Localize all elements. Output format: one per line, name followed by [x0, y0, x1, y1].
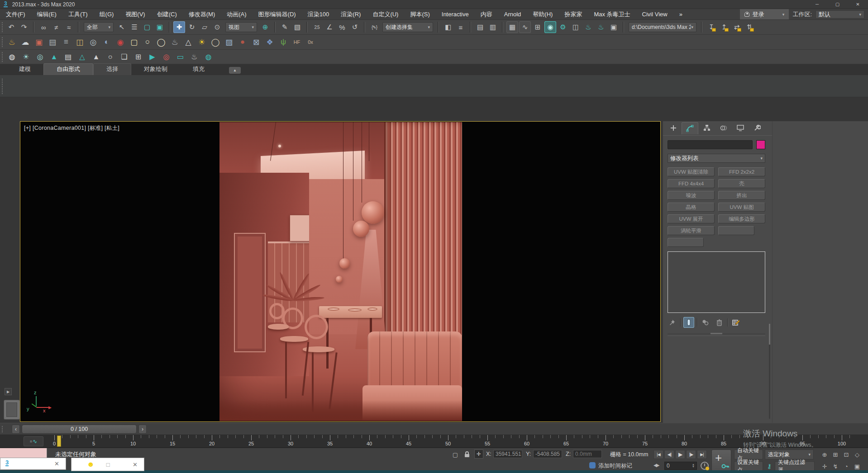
- go-to-end-button[interactable]: ▶|: [697, 450, 707, 459]
- custom-script-icon[interactable]: ⊠: [250, 36, 262, 48]
- menu-item[interactable]: 动画(A): [221, 9, 252, 19]
- percent-snap-icon[interactable]: %: [336, 21, 348, 33]
- menu-item[interactable]: 编辑(E): [31, 9, 62, 19]
- named-selection-sets-dropdown[interactable]: 创建选择集▾: [382, 22, 433, 32]
- corona-toolbar-icon[interactable]: ○: [104, 51, 117, 63]
- rendered-frame-window-icon[interactable]: ◫: [570, 21, 582, 33]
- key-step-arrows[interactable]: ◀▶: [653, 463, 658, 468]
- modifier-preset-button[interactable]: 编辑多边形: [718, 214, 765, 223]
- angle-snap-icon[interactable]: ∠: [324, 21, 335, 33]
- next-frame-button[interactable]: ›: [138, 425, 147, 434]
- modifier-preset-button[interactable]: 壳: [718, 179, 765, 188]
- display-tab[interactable]: [732, 122, 749, 134]
- make-unique-icon[interactable]: [700, 317, 711, 328]
- close-icon[interactable]: ✕: [54, 460, 59, 467]
- go-to-start-button[interactable]: |◀: [653, 450, 663, 459]
- viewport-layout-tab-button[interactable]: [4, 400, 20, 420]
- maximize-button[interactable]: ▢: [827, 0, 848, 9]
- modifier-preset-button[interactable]: UVW 展开: [668, 214, 715, 223]
- modifier-preset-button[interactable]: FFD 2x2x2: [718, 167, 765, 176]
- mirror-icon[interactable]: ◧: [442, 21, 454, 33]
- y-coordinate-field[interactable]: -5408.585: [533, 450, 562, 458]
- taskbar-3dsmax-icon[interactable]: 3: [5, 460, 9, 466]
- expand-tray-button[interactable]: ▶: [5, 388, 12, 395]
- modifier-preset-button[interactable]: 晶格: [668, 203, 715, 212]
- ribbon-tab[interactable]: 对象绘制: [131, 64, 180, 75]
- spinner-snap-icon[interactable]: ↺: [349, 21, 361, 33]
- object-color-swatch[interactable]: [756, 140, 765, 149]
- layer-explorer-icon[interactable]: ▥: [487, 21, 499, 33]
- window-crossing-icon[interactable]: ▣: [154, 21, 166, 33]
- menu-item[interactable]: 图形编辑器(D): [253, 9, 302, 19]
- curve-editor-icon[interactable]: ∿: [519, 21, 531, 33]
- floating-window[interactable]: ✕: [0, 458, 66, 470]
- select-and-manipulate-icon[interactable]: ✎: [279, 21, 291, 33]
- zoom-extents-icon[interactable]: ⊡: [842, 450, 851, 459]
- utilities-tab[interactable]: [749, 122, 765, 134]
- menu-item[interactable]: 视图(V): [119, 9, 151, 19]
- bind-to-spacewarp-icon[interactable]: ≈: [63, 21, 75, 33]
- modifier-preset-button-blank[interactable]: [718, 226, 754, 235]
- scene-explorer-icon[interactable]: ▤: [474, 21, 486, 33]
- snaps-toggle-icon[interactable]: 2.5: [311, 21, 323, 33]
- menu-item[interactable]: 文件(F): [0, 9, 31, 19]
- play-button[interactable]: ▶: [675, 450, 685, 459]
- menu-item[interactable]: 渲染(R): [335, 9, 367, 19]
- custom-script-icon[interactable]: ○: [141, 36, 154, 48]
- transform-type-in-icon[interactable]: ✛: [474, 449, 483, 459]
- render-production-icon[interactable]: ♨: [582, 21, 594, 33]
- modifier-stack-list[interactable]: [668, 251, 765, 313]
- redo-icon[interactable]: ↷: [18, 21, 30, 33]
- project-folder-dropdown[interactable]: d:\Documents\3ds Max 2020▾: [629, 22, 696, 32]
- corona-toolbar-icon[interactable]: ▲: [48, 51, 61, 63]
- render-iterative-icon[interactable]: ♨: [595, 21, 607, 33]
- custom-script-icon[interactable]: ◯: [209, 36, 222, 48]
- floating-window[interactable]: ☻ □ ✕: [71, 458, 144, 471]
- corona-toolbar-icon[interactable]: ▭: [174, 51, 187, 63]
- custom-script-icon[interactable]: ▣: [33, 36, 45, 48]
- menu-item[interactable]: 帮助(H): [527, 9, 558, 19]
- reference-coordinate-dropdown[interactable]: 视图▾: [225, 22, 257, 32]
- select-by-name-icon[interactable]: ☰: [129, 21, 140, 33]
- show-end-result-icon[interactable]: [683, 317, 694, 328]
- corona-toolbar-icon[interactable]: ▶: [146, 51, 159, 63]
- viewport-label[interactable]: [+] [CoronaCamera001] [标准] [粘土]: [24, 124, 119, 132]
- set-key-button[interactable]: 设置关键点: [734, 461, 763, 471]
- custom-script-icon[interactable]: ▢: [128, 36, 140, 48]
- orbit-icon[interactable]: ◔: [842, 462, 851, 471]
- modifier-preset-button[interactable]: FFD 4x4x4: [668, 179, 715, 188]
- z-coordinate-field[interactable]: 0.0mm: [573, 450, 602, 458]
- custom-script-icon[interactable]: ▨: [223, 36, 235, 48]
- motion-tab[interactable]: [715, 122, 732, 134]
- corona-toolbar-icon[interactable]: △: [76, 51, 89, 63]
- corona-toolbar-icon[interactable]: ⊞: [132, 51, 145, 63]
- modifier-preset-button[interactable]: UVW 贴图清除: [668, 167, 715, 176]
- select-and-move-icon[interactable]: ✚: [173, 21, 185, 33]
- asset-archive-icon[interactable]: ⇅: [744, 21, 755, 33]
- custom-script-icon[interactable]: ♨: [5, 36, 18, 48]
- menu-item[interactable]: 脚本(S): [404, 9, 435, 19]
- close-button[interactable]: ✕: [848, 0, 868, 9]
- custom-script-icon[interactable]: ☁: [19, 36, 32, 48]
- custom-script-icon[interactable]: ≡: [60, 36, 72, 48]
- menu-item[interactable]: 修改器(M): [183, 9, 221, 19]
- previous-key-button[interactable]: ◀||: [664, 450, 674, 459]
- x-coordinate-field[interactable]: 35941.551: [493, 450, 522, 458]
- selection-filter-dropdown[interactable]: 全部▾: [84, 22, 114, 32]
- current-frame-field[interactable]: 0 ▲▼: [664, 462, 697, 470]
- render-setup-icon[interactable]: ⚙: [557, 21, 569, 33]
- asset-export-icon[interactable]: ↥: [718, 21, 730, 33]
- time-configuration-icon[interactable]: [701, 462, 709, 470]
- pan-icon[interactable]: ✛: [820, 462, 829, 471]
- custom-script-icon[interactable]: ❖: [263, 36, 276, 48]
- ribbon-tab[interactable]: 填充: [180, 64, 217, 75]
- camera-viewport[interactable]: [+] [CoronaCamera001] [标准] [粘土]: [20, 121, 661, 422]
- ribbon-toggle-icon[interactable]: ▦: [506, 21, 518, 33]
- modifier-preset-button-blank[interactable]: [668, 238, 704, 247]
- corona-toolbar-icon[interactable]: ◎: [160, 51, 173, 63]
- custom-script-icon[interactable]: ψ: [277, 36, 290, 48]
- modifier-preset-button[interactable]: 涡轮平滑: [668, 226, 715, 235]
- menu-item[interactable]: 工具(T): [62, 9, 94, 19]
- corona-toolbar-icon[interactable]: ◍: [202, 51, 215, 63]
- corona-toolbar-icon[interactable]: ◎: [33, 51, 47, 63]
